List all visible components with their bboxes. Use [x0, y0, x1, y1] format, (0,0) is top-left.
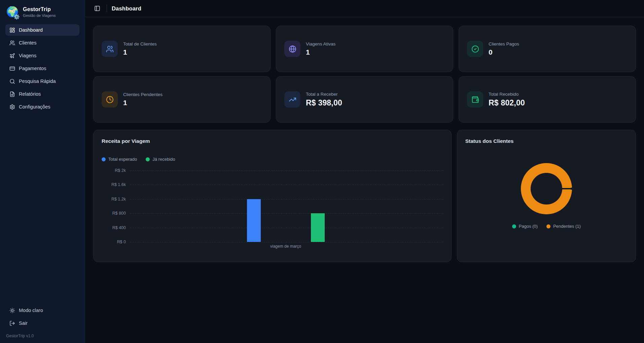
file-text-icon — [9, 91, 15, 97]
gridline: R$ 2k — [130, 170, 443, 171]
sidebar-item-clientes[interactable]: Clientes — [5, 37, 79, 49]
sidebar-item-label: Clientes — [19, 40, 36, 45]
sidebar-footer: Modo claro Sair GestorTrip v1.0 — [5, 305, 79, 338]
stat-value: R$ 398,00 — [306, 98, 342, 107]
legend-item-ja-recebido: Já recebido — [146, 157, 175, 162]
top-bar: Dashboard — [85, 0, 644, 17]
revenue-chart-title: Receita por Viagem — [102, 138, 443, 144]
clock-icon — [102, 91, 118, 107]
sidebar-item-configuracoes[interactable]: Configurações — [5, 101, 79, 113]
stat-card-total-clientes: Total de Clientes 1 — [93, 26, 271, 72]
stat-card-clientes-pendentes: Clientes Pendentes 1 — [93, 76, 271, 123]
y-axis-tick-label: R$ 1.6k — [100, 182, 126, 187]
status-donut-wrap — [465, 163, 628, 214]
sidebar-item-pesquisa-rapida[interactable]: Pesquisa Rápida — [5, 75, 79, 87]
legend-label: Pendentes (1) — [553, 224, 581, 229]
stat-card-total-recebido: Total Recebido R$ 802,00 — [459, 76, 636, 123]
status-donut-chart[interactable] — [521, 163, 572, 214]
stat-label: Total a Receber — [306, 92, 342, 97]
charts-row: Receita por Viagem Total esperado Já rec… — [93, 130, 636, 262]
sidebar-item-label: Pesquisa Rápida — [19, 79, 56, 84]
app-tagline: Gestão de Viagens — [23, 13, 56, 18]
y-axis-tick-label: R$ 800 — [100, 211, 126, 216]
x-axis-category-label: viagem de março — [249, 244, 323, 249]
legend-dot-pagos — [512, 224, 516, 228]
gridline: R$ 400 — [130, 228, 443, 228]
stat-value: 1 — [306, 48, 335, 56]
theme-toggle-label: Modo claro — [19, 308, 43, 313]
stat-card-viagens-ativas: Viagens Ativas 1 — [276, 26, 453, 72]
plane-icon — [9, 53, 15, 59]
globe-gear-logo-icon: 🌍⚙️ — [6, 5, 19, 18]
users-icon — [9, 40, 15, 46]
status-legend: Pagos (0) Pendentes (1) — [465, 224, 628, 229]
stat-label: Total de Clientes — [123, 41, 157, 46]
stat-label: Viagens Ativas — [306, 41, 335, 46]
revenue-chart-card: Receita por Viagem Total esperado Já rec… — [93, 130, 452, 262]
logout-icon — [9, 320, 15, 326]
sidebar-toggle-button[interactable] — [93, 4, 102, 13]
sidebar-item-dashboard[interactable]: Dashboard — [5, 24, 79, 36]
sidebar-item-viagens[interactable]: Viagens — [5, 50, 79, 61]
gridline: R$ 1.2k — [130, 199, 443, 199]
stat-card-clientes-pagos: Clientes Pagos 0 — [459, 26, 636, 72]
page-title: Dashboard — [112, 5, 141, 12]
sidebar-item-relatorios[interactable]: Relatórios — [5, 88, 79, 100]
stat-label: Clientes Pendentes — [123, 92, 163, 97]
dashboard-content: Total de Clientes 1 Viagens Ativas 1 C — [85, 17, 644, 343]
stat-value: 0 — [489, 48, 519, 56]
app-version: GestorTrip v1.0 — [5, 330, 79, 338]
legend-item-pagos: Pagos (0) — [512, 224, 538, 229]
search-icon — [9, 79, 15, 84]
stat-value: R$ 802,00 — [489, 98, 525, 107]
check-circle-icon — [467, 41, 483, 57]
legend-label: Pagos (0) — [519, 224, 538, 229]
app-logo: 🌍⚙️ GestorTrip Gestão de Viagens — [5, 5, 79, 24]
stat-value: 1 — [123, 99, 163, 107]
y-axis-tick-label: R$ 0 — [100, 240, 126, 244]
stat-card-total-a-receber: Total a Receber R$ 398,00 — [276, 76, 453, 123]
sidebar-item-label: Dashboard — [19, 27, 43, 33]
sidebar: 🌍⚙️ GestorTrip Gestão de Viagens Dashboa… — [0, 0, 85, 343]
legend-label: Já recebido — [152, 157, 175, 162]
y-axis-tick-label: R$ 2k — [100, 168, 126, 173]
legend-dot-ja-recebido — [146, 157, 150, 161]
logout-button[interactable]: Sair — [5, 317, 79, 329]
legend-label: Total esperado — [108, 157, 137, 162]
sidebar-item-label: Viagens — [19, 53, 36, 58]
bar-total-esperado[interactable] — [247, 199, 261, 242]
header-divider — [107, 5, 107, 12]
trending-up-icon — [284, 91, 300, 107]
sun-icon — [9, 308, 15, 313]
theme-toggle-button[interactable]: Modo claro — [5, 305, 79, 316]
legend-item-total-esperado: Total esperado — [102, 157, 137, 162]
panel-left-icon — [94, 5, 100, 11]
sidebar-nav: Dashboard Clientes Viagens Pagamentos Pe… — [5, 24, 79, 305]
stat-label: Clientes Pagos — [489, 41, 519, 46]
credit-card-icon — [9, 66, 15, 71]
bar-ja-recebido[interactable] — [311, 213, 325, 242]
stats-grid: Total de Clientes 1 Viagens Ativas 1 C — [93, 26, 636, 123]
dashboard-icon — [9, 27, 15, 33]
y-axis-tick-label: R$ 1.2k — [100, 197, 126, 201]
sidebar-item-label: Pagamentos — [19, 66, 46, 71]
sidebar-item-label: Relatórios — [19, 91, 41, 97]
wallet-icon — [467, 91, 483, 107]
status-chart-title: Status dos Clientes — [465, 138, 628, 144]
logout-label: Sair — [19, 320, 28, 326]
globe-icon — [284, 41, 300, 57]
stat-label: Total Recebido — [489, 92, 525, 97]
revenue-legend: Total esperado Já recebido — [102, 157, 443, 162]
stat-value: 1 — [123, 48, 157, 56]
sidebar-item-label: Configurações — [19, 104, 50, 110]
legend-dot-pendentes — [546, 224, 550, 228]
legend-dot-total-esperado — [102, 157, 106, 161]
revenue-plot: R$ 2kR$ 1.6kR$ 1.2kR$ 800R$ 400R$ 0 viag… — [130, 170, 443, 242]
status-chart-card: Status dos Clientes Pagos (0) Pendentes … — [457, 130, 636, 262]
users-stat-icon — [102, 41, 118, 57]
legend-item-pendentes: Pendentes (1) — [546, 224, 581, 229]
sidebar-item-pagamentos[interactable]: Pagamentos — [5, 63, 79, 74]
y-axis-tick-label: R$ 400 — [100, 225, 126, 230]
app-name: GestorTrip — [23, 6, 56, 12]
gridline: R$ 800 — [130, 213, 443, 214]
